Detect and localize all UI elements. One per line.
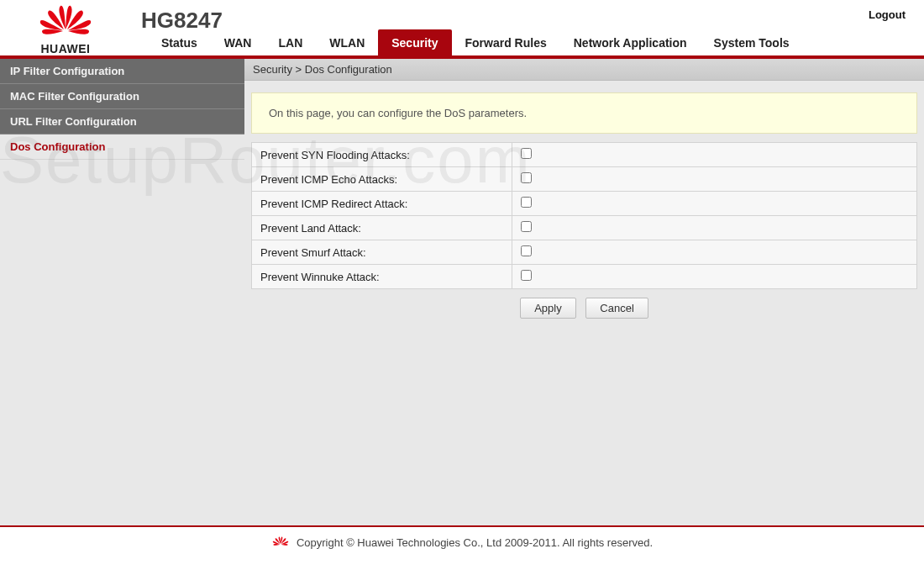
sidebar-item-mac-filter-configuration[interactable]: MAC Filter Configuration: [0, 84, 244, 109]
setting-input-cell: [512, 167, 917, 192]
setting-checkbox[interactable]: [521, 221, 532, 232]
header: HUAWEI HG8247 Logout StatusWANLANWLANSec…: [0, 0, 924, 55]
tab-security[interactable]: Security: [378, 29, 451, 55]
footer-text: Copyright © Huawei Technologies Co., Ltd…: [297, 536, 653, 549]
apply-button[interactable]: Apply: [520, 298, 576, 319]
setting-input-cell: [512, 265, 917, 289]
setting-row: Prevent Smurf Attack:: [252, 240, 917, 265]
footer: Copyright © Huawei Technologies Co., Ltd…: [0, 525, 924, 563]
setting-row: Prevent Land Attack:: [252, 216, 917, 240]
tab-wan[interactable]: WAN: [211, 29, 265, 55]
tab-network-application[interactable]: Network Application: [560, 29, 701, 55]
setting-checkbox[interactable]: [521, 172, 532, 183]
tab-system-tools[interactable]: System Tools: [701, 29, 803, 55]
action-row: Apply Cancel: [251, 289, 917, 327]
setting-checkbox[interactable]: [521, 245, 532, 256]
setting-input-cell: [512, 216, 917, 240]
setting-checkbox[interactable]: [521, 148, 532, 159]
main-panel: Security > Dos Configuration On this pag…: [244, 59, 924, 525]
setting-input-cell: [512, 240, 917, 265]
setting-label: Prevent ICMP Redirect Attack:: [252, 192, 512, 216]
setting-label: Prevent SYN Flooding Attacks:: [252, 143, 512, 167]
setting-label: Prevent Land Attack:: [252, 216, 512, 240]
sidebar-item-url-filter-configuration[interactable]: URL Filter Configuration: [0, 109, 244, 135]
tab-wlan[interactable]: WLAN: [316, 29, 378, 55]
setting-checkbox[interactable]: [521, 270, 532, 281]
setting-input-cell: [512, 192, 917, 216]
tab-status[interactable]: Status: [148, 29, 211, 55]
top-nav: StatusWANLANWLANSecurityForward RulesNet…: [148, 29, 803, 55]
huawei-logo-icon: [35, 4, 96, 40]
tab-forward-rules[interactable]: Forward Rules: [452, 29, 560, 55]
sidebar: IP Filter ConfigurationMAC Filter Config…: [0, 59, 244, 525]
settings-table: Prevent SYN Flooding Attacks:Prevent ICM…: [251, 142, 917, 289]
tab-lan[interactable]: LAN: [265, 29, 316, 55]
brand-text: HUAWEI: [41, 42, 91, 55]
setting-label: Prevent Winnuke Attack:: [252, 265, 512, 289]
sidebar-item-ip-filter-configuration[interactable]: IP Filter Configuration: [0, 59, 244, 84]
setting-label: Prevent ICMP Echo Attacks:: [252, 167, 512, 192]
cancel-button[interactable]: Cancel: [585, 298, 648, 319]
setting-checkbox[interactable]: [521, 197, 532, 208]
setting-row: Prevent Winnuke Attack:: [252, 265, 917, 289]
breadcrumb: Security > Dos Configuration: [244, 59, 924, 81]
sidebar-item-dos-configuration[interactable]: Dos Configuration: [0, 135, 244, 160]
logo-block: HUAWEI: [15, 4, 116, 55]
setting-label: Prevent Smurf Attack:: [252, 240, 512, 265]
info-box: On this page, you can configure the DoS …: [251, 92, 917, 134]
setting-row: Prevent SYN Flooding Attacks:: [252, 143, 917, 167]
setting-row: Prevent ICMP Echo Attacks:: [252, 167, 917, 192]
setting-row: Prevent ICMP Redirect Attack:: [252, 192, 917, 216]
footer-logo-icon: [271, 534, 290, 551]
setting-input-cell: [512, 143, 917, 167]
logout-link[interactable]: Logout: [869, 8, 906, 21]
